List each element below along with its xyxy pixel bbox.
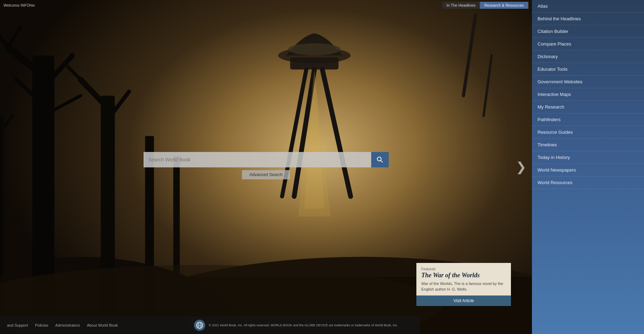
- main-content: Welcome INFOhio In The Headlines Researc…: [0, 0, 532, 334]
- footer-link-policies[interactable]: Policies: [35, 323, 48, 327]
- svg-point-21: [288, 43, 341, 56]
- featured-label: Featured: [421, 267, 506, 271]
- visit-article-button[interactable]: Visit Article: [416, 295, 511, 306]
- sidebar-item-educator-tools[interactable]: Educator Tools: [532, 63, 644, 76]
- search-button[interactable]: [371, 152, 389, 167]
- world-book-logo: [194, 320, 205, 331]
- sidebar-item-citation-builder[interactable]: Citation Builder: [532, 25, 644, 38]
- sidebar-item-pathfinders[interactable]: Pathfinders: [532, 113, 644, 126]
- footer-link-admins[interactable]: Administrators: [55, 323, 80, 327]
- sidebar-item-today-in-history[interactable]: Today in History: [532, 151, 644, 164]
- sidebar: AtlasBehind the HeadlinesCitation Builde…: [532, 0, 644, 334]
- top-nav-research[interactable]: Research & Resources: [480, 2, 528, 9]
- sidebar-item-world-resources[interactable]: World Resources: [532, 176, 644, 189]
- sidebar-item-dictionary[interactable]: Dictionary: [532, 50, 644, 63]
- featured-description: War of the Worlds, The is a famous novel…: [421, 281, 506, 292]
- sidebar-item-behind-the-headlines[interactable]: Behind the Headlines: [532, 13, 644, 25]
- top-navigation: In The Headlines Research & Resources: [442, 2, 528, 9]
- top-nav-headlines[interactable]: In The Headlines: [442, 2, 480, 9]
- search-input[interactable]: [144, 152, 371, 167]
- advanced-search-button[interactable]: Advanced Search: [242, 170, 290, 179]
- search-icon: [376, 156, 383, 163]
- right-arrow-button[interactable]: ❯: [516, 160, 526, 174]
- sidebar-item-resource-guides[interactable]: Resource Guides: [532, 126, 644, 139]
- sidebar-item-interactive-maps[interactable]: Interactive Maps: [532, 88, 644, 101]
- sidebar-item-world-newspapers[interactable]: World Newspapers: [532, 164, 644, 176]
- welcome-text: Welcome INFOhio: [4, 3, 35, 7]
- sidebar-item-compare-places[interactable]: Compare Places: [532, 38, 644, 50]
- footer-copyright: © 2021 World Book, Inc. All rights reser…: [209, 323, 398, 328]
- sidebar-item-government-websites[interactable]: Government Websites: [532, 76, 644, 88]
- footer-link-about[interactable]: About World Book: [87, 323, 118, 327]
- search-area: Advanced Search: [144, 152, 389, 179]
- svg-line-31: [381, 161, 382, 162]
- footer-link-support[interactable]: and Support: [7, 323, 28, 327]
- search-box-row: [144, 152, 389, 167]
- sidebar-item-atlas[interactable]: Atlas: [532, 0, 644, 13]
- featured-card: Featured The War of the Worlds War of th…: [416, 263, 511, 306]
- featured-title: The War of the Worlds: [421, 272, 506, 279]
- sidebar-item-my-research[interactable]: My Research: [532, 101, 644, 113]
- sidebar-item-timelines[interactable]: Timelines: [532, 139, 644, 151]
- top-bar: Welcome INFOhio In The Headlines Researc…: [0, 0, 532, 11]
- globe-icon: [196, 321, 203, 329]
- advanced-search-row: Advanced Search: [144, 170, 389, 179]
- footer-right: © 2021 World Book, Inc. All rights reser…: [189, 316, 420, 334]
